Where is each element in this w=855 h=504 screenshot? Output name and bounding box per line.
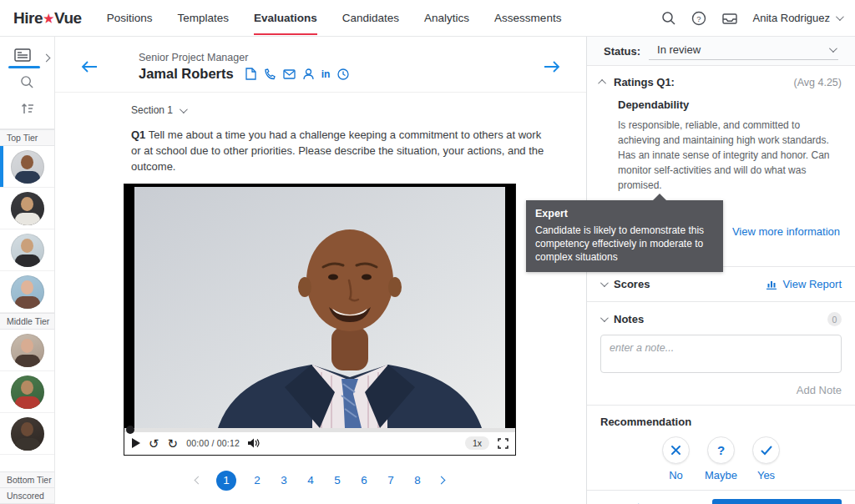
page-5[interactable]: 5: [331, 474, 343, 486]
status-dropdown[interactable]: In review: [649, 42, 838, 60]
chevron-down-icon: [829, 44, 837, 53]
position-title: Senior Project Manager: [139, 52, 349, 63]
video-time: 00:00 / 00:12: [186, 438, 240, 448]
chevron-down-icon: [180, 105, 188, 113]
note-input[interactable]: [600, 335, 842, 373]
candidate-avatar-3[interactable]: [0, 229, 54, 271]
candidate-avatar-jamal[interactable]: [0, 146, 54, 188]
page-2[interactable]: 2: [251, 474, 263, 486]
collapse-notes-icon[interactable]: [600, 314, 609, 322]
main-nav: Positions Templates Evaluations Candidat…: [107, 1, 562, 35]
email-icon[interactable]: [283, 69, 296, 79]
recommend-maybe-button[interactable]: ? Maybe: [705, 436, 737, 481]
sort-icon: [20, 102, 35, 115]
volume-icon[interactable]: [248, 438, 260, 448]
recommendation-title: Recommendation: [600, 416, 842, 428]
tier-label-bottom: Bottom Tier: [0, 471, 54, 488]
avatar: [11, 375, 44, 409]
playhead-handle[interactable]: [126, 426, 134, 434]
candidate-avatar-7[interactable]: [0, 413, 54, 455]
candidate-avatar-4[interactable]: [0, 271, 54, 313]
avatar: [11, 150, 44, 184]
chevron-down-icon: [836, 13, 844, 21]
inbox-icon[interactable]: [721, 11, 738, 26]
help-icon[interactable]: ?: [691, 11, 706, 26]
logo-star-icon: ★: [43, 12, 53, 25]
panel-footer: Done Evaluating: [587, 490, 855, 504]
search-icon[interactable]: [661, 11, 676, 26]
nav-positions[interactable]: Positions: [107, 1, 153, 35]
sidebar-sort-button[interactable]: [0, 95, 54, 122]
user-menu[interactable]: Anita Rodriguez: [753, 12, 842, 24]
view-report-link[interactable]: View Report: [782, 278, 842, 290]
section-selector[interactable]: Section 1: [131, 104, 586, 116]
next-page-button[interactable]: [438, 477, 444, 483]
collapse-ratings-icon[interactable]: [598, 79, 606, 88]
candidate-avatar-5[interactable]: [0, 330, 54, 371]
history-icon[interactable]: [337, 68, 349, 80]
tooltip-title: Expert: [535, 207, 714, 221]
next-candidate-button[interactable]: [543, 59, 561, 74]
candidate-avatar-2[interactable]: [0, 188, 54, 229]
expand-scores-icon[interactable]: [600, 279, 609, 287]
linkedin-icon[interactable]: in: [321, 68, 331, 80]
done-evaluating-button[interactable]: Done Evaluating: [712, 499, 842, 504]
top-navigation-bar: Hire★Vue Positions Templates Evaluations…: [0, 0, 855, 37]
rating-tooltip: Expert Candidate is likely to demonstrat…: [526, 200, 723, 272]
recommend-no-button[interactable]: No: [662, 436, 690, 481]
avatar: [11, 234, 44, 267]
fullscreen-button[interactable]: [498, 438, 508, 449]
page-1[interactable]: 1: [216, 471, 236, 491]
rewind-button[interactable]: ↺: [149, 437, 159, 450]
sidebar-search-button[interactable]: [0, 68, 54, 95]
nav-candidates[interactable]: Candidates: [342, 1, 399, 35]
user-name: Anita Rodriguez: [753, 12, 831, 24]
resume-icon[interactable]: [245, 68, 256, 80]
avatar: [11, 417, 44, 451]
hirevue-logo[interactable]: Hire★Vue: [13, 9, 82, 28]
prev-page-button[interactable]: [195, 477, 201, 483]
ratings-average: (Avg 4.25): [794, 77, 842, 88]
notes-title: Notes: [614, 313, 644, 325]
tier-label-top: Top Tier: [0, 129, 54, 146]
section-label: Section 1: [131, 104, 173, 116]
nav-analytics[interactable]: Analytics: [424, 1, 469, 35]
page-3[interactable]: 3: [278, 474, 290, 486]
page-4[interactable]: 4: [305, 474, 316, 486]
nav-templates[interactable]: Templates: [177, 1, 229, 35]
tooltip-text: Candidate is likely to demonstrate this …: [535, 224, 714, 265]
avatar: [11, 192, 44, 225]
arrow-left-icon: [80, 59, 99, 74]
page-6[interactable]: 6: [358, 474, 370, 486]
forward-button[interactable]: ↻: [168, 437, 179, 450]
add-note-button[interactable]: Add Note: [600, 384, 842, 396]
logo-text-hire: Hire: [13, 9, 43, 28]
chevron-left-icon: [195, 476, 203, 485]
phone-icon[interactable]: [264, 68, 276, 80]
chevron-right-icon: [43, 54, 51, 63]
video-progress-bar[interactable]: [124, 428, 515, 432]
video-controls: ↺ ↻ 00:00 / 00:12 1x: [124, 432, 515, 455]
video-screen[interactable]: [124, 184, 515, 428]
previous-candidate-button[interactable]: [80, 59, 99, 74]
status-label: Status:: [604, 45, 640, 58]
recommend-yes-button[interactable]: Yes: [752, 436, 780, 481]
status-value: In review: [657, 43, 829, 56]
play-button[interactable]: [131, 438, 140, 448]
notes-section: Notes 0 Add Note: [587, 301, 855, 405]
profile-icon[interactable]: [303, 68, 314, 80]
search-icon: [20, 75, 34, 89]
competency-name: Dependability: [618, 98, 842, 111]
report-chart-icon: [766, 279, 777, 290]
view-more-link[interactable]: View more information: [732, 225, 840, 238]
candidate-avatar-6[interactable]: [0, 371, 54, 413]
nav-evaluations[interactable]: Evaluations: [254, 1, 317, 35]
question-text: Q1 Tell me about a time you had a challe…: [131, 128, 553, 175]
nav-assessments[interactable]: Assessments: [494, 1, 561, 35]
video-player: ↺ ↻ 00:00 / 00:12 1x: [124, 184, 516, 456]
expand-sidebar-button[interactable]: [43, 51, 49, 63]
card-view-tab[interactable]: [0, 42, 54, 68]
playback-speed-button[interactable]: 1x: [465, 436, 489, 450]
page-7[interactable]: 7: [385, 474, 397, 486]
page-8[interactable]: 8: [412, 474, 423, 486]
